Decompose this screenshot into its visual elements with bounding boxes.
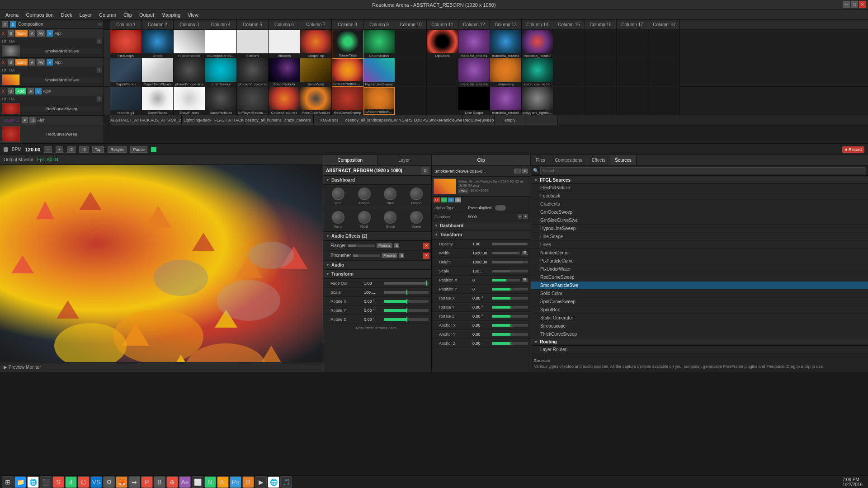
col-header-14[interactable]: Column 14 — [522, 20, 553, 29]
source-spout-box[interactable]: SpoutBox — [531, 306, 868, 314]
height-slider[interactable] — [492, 261, 528, 263]
source-gradients[interactable]: Gradients — [531, 200, 868, 208]
taskbar-windows-btn[interactable]: ⊞ — [2, 476, 14, 488]
col-header-8[interactable]: Column 8 — [332, 20, 363, 29]
taskbar-circle-btn[interactable]: ⊕ — [166, 476, 178, 488]
scene-red-curve[interactable]: RedCurveSweep — [463, 115, 495, 125]
col-header-2[interactable]: Column 2 — [142, 20, 174, 29]
layer2mid-v-btn[interactable]: V — [35, 88, 42, 94]
bitcrusher-presets-btn[interactable]: Presets — [382, 253, 397, 258]
clip-r2c3[interactable]: phaseIV_opening — [174, 58, 205, 87]
fadeout-slider[interactable] — [384, 282, 429, 285]
clip-r3c13[interactable]: mandela_rotate6 — [490, 87, 522, 115]
clip-r2c10[interactable] — [395, 58, 427, 87]
bpm-times2-btn[interactable]: *2 — [79, 146, 89, 153]
clip-r1c1[interactable]: FireDrops — [110, 30, 142, 58]
pos-y-slider[interactable] — [492, 288, 528, 291]
layer-b-btn[interactable]: B — [8, 30, 14, 37]
source-spot-curve[interactable]: SpotCurveSweep — [531, 298, 868, 306]
b-channel-btn[interactable]: B — [448, 197, 454, 202]
clip-rz-slider[interactable] — [492, 315, 528, 318]
menu-composition[interactable]: Composition — [22, 11, 57, 19]
sources-tab[interactable]: Sources — [610, 155, 637, 165]
clip-r3c7[interactable]: HoleCircleAndLin — [300, 87, 332, 115]
col-header-16[interactable]: Column 16 — [585, 20, 617, 29]
clip-r2c9[interactable]: HypnoLineSweep — [363, 58, 395, 87]
record-button[interactable]: ● Record — [842, 146, 864, 153]
clip-r2c12[interactable]: mandela_rotate3 — [458, 58, 490, 87]
routing-header[interactable]: ▼ Routing — [531, 338, 868, 346]
scene-empty[interactable]: empty — [495, 115, 526, 125]
clip-r1c5[interactable]: Ribbons — [237, 30, 269, 58]
layer1-burn-btn[interactable]: Burn — [15, 59, 28, 66]
scene-crazy[interactable]: crazy_dancers — [282, 115, 314, 125]
audio-section[interactable]: ▼ Audio — [323, 261, 431, 270]
source-feedback[interactable]: Feedback — [531, 192, 868, 200]
anchor-x-slider[interactable] — [492, 324, 528, 327]
rgb-knob[interactable] — [358, 211, 371, 224]
layer2mid-add-btn[interactable]: Add — [15, 88, 26, 94]
clip-r3c3[interactable]: SnowFlakes — [174, 87, 205, 115]
clip-dashboard-section[interactable]: ▼ Dashboard — [432, 221, 531, 230]
t-button[interactable]: T — [97, 38, 102, 44]
col-header-12[interactable]: Column 12 — [458, 20, 490, 29]
menu-column[interactable]: Column — [95, 11, 120, 19]
taskbar-arrow-btn[interactable]: ➡ — [128, 476, 140, 488]
clip-r3c12[interactable]: Line Scape — [458, 87, 490, 115]
col-header-6[interactable]: Column 6 — [269, 20, 300, 29]
clip-r1c7[interactable]: ShapeTrip — [300, 30, 332, 58]
layer-burn-btn[interactable]: Burn — [15, 30, 28, 37]
clip-expand-btn[interactable]: ⬛ — [514, 169, 521, 174]
b-button[interactable]: B — [10, 21, 16, 28]
layer1-v-btn[interactable]: V — [47, 59, 53, 66]
clip-r1c18[interactable] — [648, 30, 680, 58]
layer1-av-btn[interactable]: AV — [37, 59, 45, 66]
source-stroboscope[interactable]: Stroboscope — [531, 322, 868, 330]
bpm-resync-btn[interactable]: Resync — [108, 146, 127, 153]
effects-tab[interactable]: Effects — [587, 155, 610, 165]
g-channel-btn[interactable]: G — [441, 197, 447, 202]
flanger-presets-btn[interactable]: Presets — [377, 243, 392, 248]
taskbar-b2-btn[interactable]: B — [242, 476, 254, 488]
clip-r1c8[interactable]: ShapeTrips — [332, 30, 363, 58]
layer2mid-b-btn[interactable]: B — [8, 88, 14, 94]
bitcrusher-fader[interactable] — [353, 254, 380, 257]
col-header-10[interactable]: Column 10 — [395, 20, 427, 29]
col-header-7[interactable]: Column 7 — [300, 20, 332, 29]
clip-r1c3[interactable]: RibbonnobbR — [174, 30, 205, 58]
bpm-div2-btn[interactable]: /2 — [67, 146, 76, 153]
clip-r1c10[interactable] — [395, 30, 427, 58]
clip-r1c11[interactable]: OpGears — [427, 30, 458, 58]
clip-r3c6[interactable]: CirclesAndLines — [269, 87, 300, 115]
a-channel-btn[interactable]: A — [455, 197, 461, 202]
scene-lightning[interactable]: LightningAttack — [182, 115, 213, 125]
clip-r2c1[interactable]: PaperPlanes — [110, 58, 142, 87]
taskbar-music-btn[interactable]: 🎵 — [280, 476, 292, 488]
clip-r1c6[interactable]: Ribbons — [269, 30, 300, 58]
clip-r1c4[interactable]: bxDropsRands... — [205, 30, 237, 58]
layer3-b-btn[interactable]: B — [29, 117, 36, 123]
layer2mid-a-btn[interactable]: A — [28, 88, 34, 94]
scene-destroy[interactable]: destroy_all_humans — [245, 115, 282, 125]
clip-rx-slider[interactable] — [492, 297, 528, 300]
clip-r2c18[interactable] — [648, 58, 680, 87]
clip-r3c2[interactable]: SnowFlakes — [142, 87, 174, 115]
clip-r3c17[interactable] — [617, 87, 648, 115]
width-link-btn[interactable]: ⛓ — [522, 251, 528, 255]
ffgl-sources-header[interactable]: ▼ FFGL Sources — [531, 177, 868, 184]
opacity-slider[interactable] — [492, 243, 528, 245]
bpm-pause-btn[interactable]: Pause — [130, 146, 147, 153]
anchor-y-slider[interactable] — [492, 333, 528, 336]
clip-r1c12[interactable]: mandela_rotate1 — [458, 30, 490, 58]
source-pix-underwater[interactable]: PixUnderWater — [531, 265, 868, 273]
taskbar-b-btn[interactable]: B — [154, 476, 165, 488]
clip-r3c14[interactable]: polygons_fightin... — [522, 87, 553, 115]
clip-r1c15[interactable] — [553, 30, 585, 58]
clip-r2c2[interactable]: PaperTwinPlanes — [142, 58, 174, 87]
taskbar-term-btn[interactable]: ⬛ — [40, 476, 52, 488]
mirror-knob[interactable] — [332, 211, 344, 224]
clip-settings-btn[interactable]: ⚙ — [522, 169, 528, 174]
maximize-button[interactable]: □ — [851, 1, 858, 8]
clip-scale-slider[interactable] — [492, 270, 528, 272]
clip-r1c14[interactable]: mandela_rotate7 — [522, 30, 553, 58]
